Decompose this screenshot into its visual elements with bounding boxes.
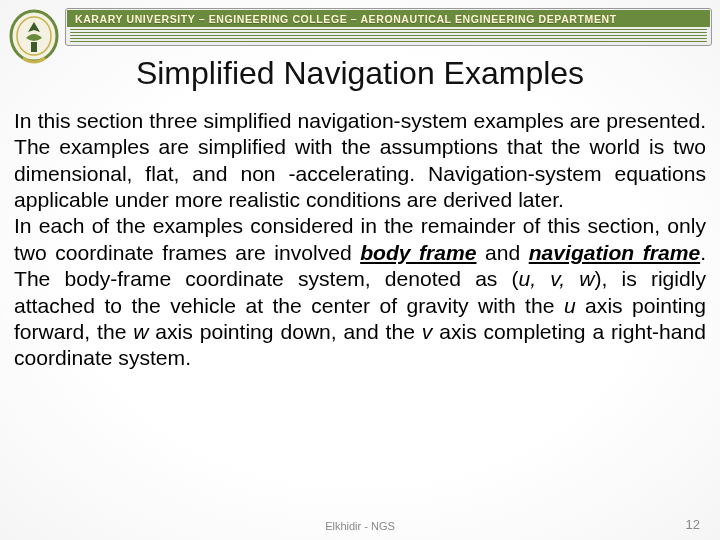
term-navigation-frame: navigation frame [529,241,700,264]
institution-line: KARARY UNIVERSITY – ENGINEERING COLLEGE … [67,13,617,25]
var-uvw: u, v, w [519,267,595,290]
var-u: u [564,294,576,317]
paragraph-1: In this section three simplified navigat… [14,109,706,211]
var-v: v [422,320,433,343]
page-number: 12 [686,517,700,532]
svg-rect-2 [31,42,37,52]
banner-decorative-lines [70,29,707,42]
paragraph-2-mid4: axis pointing down, and the [148,320,421,343]
slide-title: Simplified Navigation Examples [0,55,720,92]
paragraph-2-and: and [477,241,529,264]
footer-author: Elkhidir - NGS [0,520,720,532]
var-w: w [133,320,148,343]
term-body-frame: body frame [360,241,476,264]
header-banner: KARARY UNIVERSITY – ENGINEERING COLLEGE … [65,8,712,46]
body-text: In this section three simplified navigat… [14,108,706,372]
